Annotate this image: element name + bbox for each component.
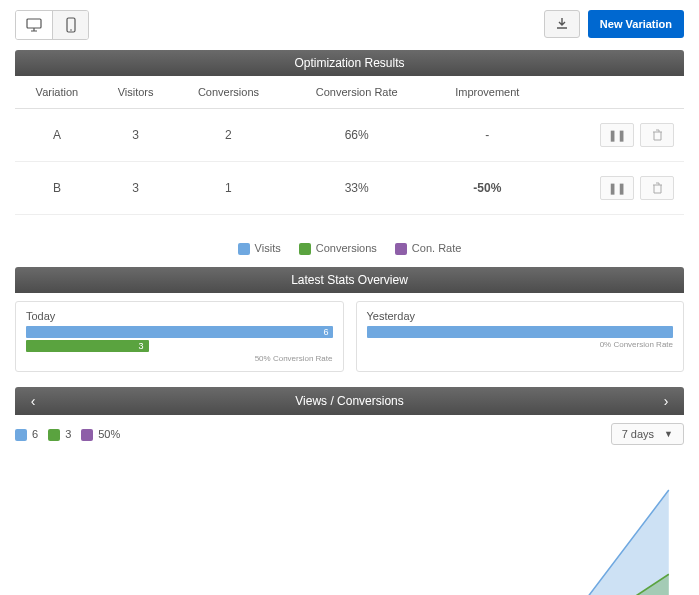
summary-legend: 6 3 50%	[15, 428, 120, 441]
prev-arrow[interactable]: ‹	[21, 393, 45, 409]
next-arrow[interactable]: ›	[654, 393, 678, 409]
yesterday-label: Yesterday	[367, 310, 674, 322]
cell-visitors: 3	[99, 109, 172, 162]
device-toggle-group	[15, 10, 89, 40]
today-visits-bar	[26, 326, 333, 338]
cell-improvement: -50%	[429, 162, 546, 215]
trash-icon	[652, 129, 663, 141]
svg-marker-4	[30, 574, 669, 595]
col-variation: Variation	[15, 76, 99, 109]
top-toolbar: New Variation	[0, 0, 699, 50]
download-icon	[555, 17, 569, 31]
cell-rate: 33%	[285, 162, 429, 215]
col-improvement: Improvement	[429, 76, 546, 109]
today-card: Today 6 3 50% Conversion Rate	[15, 301, 344, 372]
svg-rect-0	[27, 19, 41, 28]
line-chart	[15, 469, 684, 595]
latest-stats-header: Latest Stats Overview	[15, 267, 684, 293]
table-row: A3266%-❚❚	[15, 109, 684, 162]
pause-button[interactable]: ❚❚	[600, 123, 634, 147]
table-row: B3133%-50%❚❚	[15, 162, 684, 215]
trash-icon	[652, 182, 663, 194]
svg-point-2	[70, 29, 72, 31]
chevron-down-icon: ▼	[664, 429, 673, 439]
yesterday-visits-bar	[367, 326, 674, 338]
desktop-icon	[26, 18, 42, 32]
pause-icon: ❚❚	[608, 182, 626, 195]
chart-legend: Visits Conversions Con. Rate	[0, 230, 699, 267]
legend-con-rate: Con. Rate	[395, 242, 462, 255]
views-title: Views / Conversions	[295, 394, 404, 408]
today-label: Today	[26, 310, 333, 322]
mobile-toggle[interactable]	[52, 11, 88, 39]
mobile-icon	[66, 17, 76, 33]
toolbar-right: New Variation	[544, 10, 684, 40]
cell-conversions: 1	[172, 162, 284, 215]
cell-rate: 66%	[285, 109, 429, 162]
pause-button[interactable]: ❚❚	[600, 176, 634, 200]
yesterday-rate-text: 0% Conversion Rate	[367, 340, 674, 349]
cell-improvement: -	[429, 109, 546, 162]
today-conversions-bar	[26, 340, 149, 352]
delete-button[interactable]	[640, 176, 674, 200]
legend-conversions: Conversions	[299, 242, 377, 255]
col-rate: Conversion Rate	[285, 76, 429, 109]
range-select[interactable]: 7 days ▼	[611, 423, 684, 445]
cell-visitors: 3	[99, 162, 172, 215]
today-conversions-value: 3	[139, 340, 144, 352]
cell-variation: B	[15, 162, 99, 215]
cell-conversions: 2	[172, 109, 284, 162]
today-rate-text: 50% Conversion Rate	[26, 354, 333, 363]
summary-conversions: 3	[65, 428, 71, 440]
results-header: Optimization Results	[15, 50, 684, 76]
yesterday-card: Yesterday 0% Conversion Rate	[356, 301, 685, 372]
range-label: 7 days	[622, 428, 654, 440]
col-conversions: Conversions	[172, 76, 284, 109]
legend-visits: Visits	[238, 242, 281, 255]
summary-rate: 50%	[98, 428, 120, 440]
col-visitors: Visitors	[99, 76, 172, 109]
col-actions	[546, 76, 684, 109]
pause-icon: ❚❚	[608, 129, 626, 142]
cell-variation: A	[15, 109, 99, 162]
delete-button[interactable]	[640, 123, 674, 147]
new-variation-button[interactable]: New Variation	[588, 10, 684, 38]
svg-marker-3	[30, 490, 669, 595]
today-visits-value: 6	[323, 326, 328, 338]
summary-visits: 6	[32, 428, 38, 440]
download-button[interactable]	[544, 10, 580, 38]
views-conversions-header: ‹ Views / Conversions ›	[15, 387, 684, 415]
results-table: Variation Visitors Conversions Conversio…	[15, 76, 684, 215]
desktop-toggle[interactable]	[16, 11, 52, 39]
